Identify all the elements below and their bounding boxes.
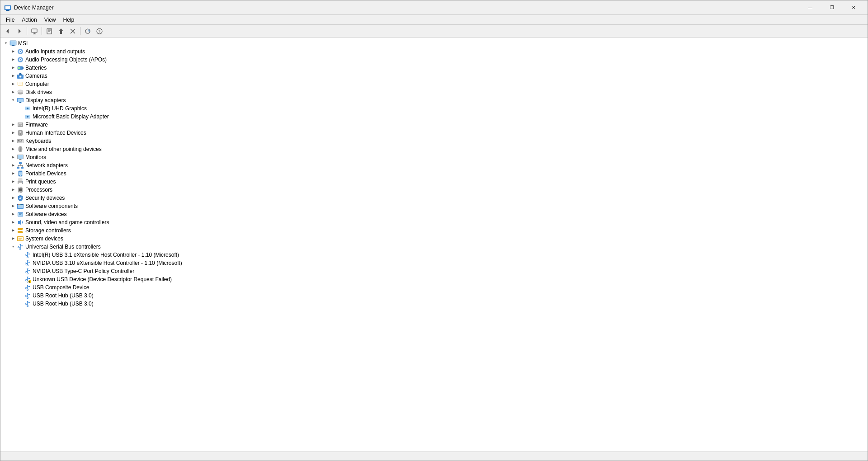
tree-row-security[interactable]: ▶ Security devices xyxy=(0,194,868,202)
tree-row-hid[interactable]: ▶ Human Interface Devices xyxy=(0,129,868,137)
tree-item-usb: ▾ xyxy=(0,243,868,308)
tree-row-sound[interactable]: ▶ Sound, video and game controllers xyxy=(0,218,868,226)
tree-item-computer: ▶ Computer xyxy=(0,80,868,88)
svg-point-36 xyxy=(20,76,21,77)
tree-row-nvidia-usb1[interactable]: NVIDIA USB 3.10 eXtensible Host Controll… xyxy=(0,259,868,267)
close-button[interactable]: ✕ xyxy=(843,0,864,15)
svg-rect-153 xyxy=(29,286,30,287)
tree-content[interactable]: ▾ MSI ▶ xyxy=(0,38,868,452)
usb-root1-icon xyxy=(24,292,31,299)
expand-processors[interactable]: ▶ xyxy=(9,186,17,193)
expand-print[interactable]: ▶ xyxy=(9,178,17,185)
menu-action[interactable]: Action xyxy=(18,16,40,24)
tree-row-batteries[interactable]: ▶ Batteries xyxy=(0,64,868,72)
tree-row-computer[interactable]: ▶ Computer xyxy=(0,80,868,88)
tree-row-keyboards[interactable]: ▶ Keyboa xyxy=(0,137,868,145)
expand-network[interactable]: ▶ xyxy=(9,162,17,169)
audio-label: Audio inputs and outputs xyxy=(25,47,85,56)
properties-button[interactable] xyxy=(44,26,55,36)
svg-rect-160 xyxy=(29,294,30,295)
batteries-label: Batteries xyxy=(25,64,47,72)
expand-security[interactable]: ▶ xyxy=(9,194,17,202)
tree-row-disk[interactable]: ▶ Disk drives xyxy=(0,88,868,96)
tree-row-network[interactable]: ▶ xyxy=(0,161,868,169)
expand-keyboards[interactable]: ▶ xyxy=(9,137,17,145)
tree-row-ms-display[interactable]: Microsoft Basic Display Adapter xyxy=(0,113,868,121)
menu-help[interactable]: Help xyxy=(60,16,78,24)
tree-row-portable[interactable]: ▶ Portable Devices xyxy=(0,169,868,178)
tree-row-intel-gpu[interactable]: Intel(R) UHD Graphics xyxy=(0,104,868,113)
expand-cameras[interactable]: ▶ xyxy=(9,72,17,80)
svg-point-57 xyxy=(19,131,21,133)
firmware-icon xyxy=(17,121,24,128)
menu-file[interactable]: File xyxy=(2,16,18,24)
expand-apo[interactable]: ▶ xyxy=(9,56,17,63)
svg-point-108 xyxy=(22,231,23,232)
expand-computer[interactable]: ▶ xyxy=(9,80,17,88)
expand-usb[interactable]: ▾ xyxy=(9,243,17,250)
tree-row-audio[interactable]: ▶ Audio inputs and outputs xyxy=(0,47,868,56)
expand-firmware[interactable]: ▶ xyxy=(9,121,17,128)
tree-row-intel-usb[interactable]: Intel(R) USB 3.1 eXtensible Host Control… xyxy=(0,251,868,259)
tree-row-usb-composite[interactable]: USB Composite Device xyxy=(0,283,868,292)
tree-row-processors[interactable]: ▶ xyxy=(0,186,868,194)
expand-system[interactable]: ▶ xyxy=(9,235,17,242)
tree-row-usb-root1[interactable]: USB Root Hub (USB 3.0) xyxy=(0,292,868,300)
expand-portable[interactable]: ▶ xyxy=(9,170,17,177)
tree-row-unknown-usb[interactable]: ! Unknown USB Device (Device Descriptor … xyxy=(0,275,868,283)
expand-mice[interactable]: ▶ xyxy=(9,146,17,153)
tree-row-storage[interactable]: ▶ Storage controllers xyxy=(0,226,868,235)
tree-row-print[interactable]: ▶ Print queues xyxy=(0,178,868,186)
tree-item-cameras: ▶ Cameras xyxy=(0,72,868,80)
tree-row-nvidia-typec[interactable]: NVIDIA USB Type-C Port Policy Controller xyxy=(0,267,868,275)
show-hidden-devices-button[interactable] xyxy=(29,26,40,36)
svg-marker-165 xyxy=(27,301,28,302)
uninstall-button[interactable] xyxy=(67,26,78,36)
tree-row-usb-root2[interactable]: USB Root Hub (USB 3.0) xyxy=(0,300,868,308)
expand-batteries[interactable]: ▶ xyxy=(9,64,17,71)
expand-hid[interactable]: ▶ xyxy=(9,129,17,136)
portable-icon xyxy=(17,170,24,177)
tree-row-software-components[interactable]: ▶ Softwa xyxy=(0,202,868,210)
keyboards-label: Keyboards xyxy=(25,137,51,145)
expand-storage[interactable]: ▶ xyxy=(9,227,17,234)
svg-rect-6 xyxy=(32,29,37,33)
expand-disk[interactable]: ▶ xyxy=(9,89,17,96)
tree-row-apo[interactable]: ▶ Audio Processing Objects (APOs) xyxy=(0,56,868,64)
tree-item-mice: ▶ Mice and other pointing devices xyxy=(0,145,868,153)
scan-hardware-button[interactable] xyxy=(82,26,93,36)
help-button[interactable]: ? xyxy=(94,26,105,36)
expand-sound[interactable]: ▶ xyxy=(9,219,17,226)
tree-row-cameras[interactable]: ▶ Cameras xyxy=(0,72,868,80)
intel-usb-icon xyxy=(24,251,31,259)
expand-monitors[interactable]: ▶ xyxy=(9,154,17,161)
nvidia-usb1-label: NVIDIA USB 3.10 eXtensible Host Controll… xyxy=(33,259,182,267)
expand-software-devices[interactable]: ▶ xyxy=(9,211,17,218)
tree-row-mice[interactable]: ▶ Mice and other pointing devices xyxy=(0,145,868,153)
back-button[interactable] xyxy=(2,26,13,36)
update-driver-button[interactable] xyxy=(56,26,66,36)
tree-row-monitors[interactable]: ▶ Monitors xyxy=(0,153,868,161)
tree-row-software-devices[interactable]: ▶ Software devices xyxy=(0,210,868,218)
menu-view[interactable]: View xyxy=(41,16,60,24)
svg-rect-53 xyxy=(19,123,22,126)
expand-audio[interactable]: ▶ xyxy=(9,48,17,55)
minimize-button[interactable]: — xyxy=(800,0,821,15)
tree-item-disk: ▶ Disk drives xyxy=(0,88,868,96)
expand-msi[interactable]: ▾ xyxy=(2,40,9,47)
svg-point-156 xyxy=(27,289,28,291)
svg-point-133 xyxy=(27,265,28,266)
tree-row-firmware[interactable]: ▶ Firmware xyxy=(0,121,868,129)
restore-button[interactable]: ❐ xyxy=(821,0,842,15)
tree-row-msi[interactable]: ▾ MSI xyxy=(0,39,868,47)
tree-row-usb[interactable]: ▾ xyxy=(0,243,868,251)
forward-button[interactable] xyxy=(14,26,25,36)
expand-display[interactable]: ▾ xyxy=(9,97,17,104)
apo-label: Audio Processing Objects (APOs) xyxy=(25,56,107,64)
tree-row-display[interactable]: ▾ Display adapters xyxy=(0,96,868,104)
tree-item-audio: ▶ Audio inputs and outputs xyxy=(0,47,868,56)
tree-item-software-devices: ▶ Software devices xyxy=(0,210,868,218)
hid-label: Human Interface Devices xyxy=(25,129,86,137)
expand-software-components[interactable]: ▶ xyxy=(9,202,17,210)
tree-row-system[interactable]: ▶ System devices xyxy=(0,235,868,243)
